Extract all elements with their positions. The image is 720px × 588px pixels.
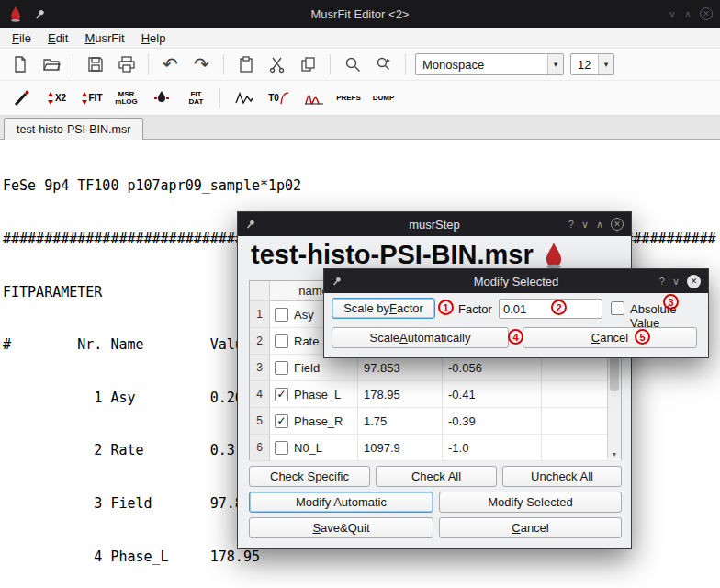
droplet-icon <box>152 89 171 107</box>
pin-icon[interactable] <box>32 6 47 21</box>
label: ancel <box>600 331 628 345</box>
undo-icon: ↶ <box>163 55 178 74</box>
row-checkbox[interactable] <box>275 308 288 322</box>
cancel-button[interactable]: Cancel <box>523 327 697 348</box>
calc-chisq-button[interactable]: X2 <box>42 85 71 112</box>
musrfit-droplet-icon <box>543 242 565 269</box>
help-icon[interactable]: ? <box>568 220 574 230</box>
menu-file[interactable]: File <box>4 29 39 47</box>
label: C <box>512 521 520 535</box>
scale-by-factor-button[interactable]: Scale by Factor <box>332 298 435 319</box>
param-name: N0_L <box>294 441 322 455</box>
unshade-icon[interactable]: ∧ <box>684 9 692 19</box>
close-icon[interactable]: ✕ <box>611 218 624 231</box>
musrview-button[interactable] <box>147 85 175 112</box>
absolute-value-checkbox[interactable] <box>611 301 624 315</box>
chevron-down-icon: ▾ <box>554 60 558 69</box>
save-button[interactable] <box>83 52 107 77</box>
swap-msr-mlog-button[interactable]: MSR mLOG <box>112 85 141 112</box>
uncheck-all-button[interactable]: Uncheck All <box>502 466 622 487</box>
label: C <box>591 331 600 345</box>
menu-help[interactable]: Help <box>133 29 174 47</box>
close-icon[interactable]: ✕ <box>700 7 713 20</box>
help-icon[interactable]: ? <box>659 277 665 287</box>
copy-button[interactable] <box>296 52 321 77</box>
scale-automatically-button[interactable]: Scale Automatically <box>332 327 509 348</box>
font-size-select[interactable]: 12 ▾ <box>570 53 614 75</box>
red-arrows-icon <box>47 91 54 106</box>
cut-button[interactable] <box>264 52 289 77</box>
font-family-select[interactable]: Monospace ▾ <box>415 53 564 75</box>
scroll-down-icon[interactable]: ▼ <box>608 448 621 459</box>
modify-selected-dialog: Modify Selected ? ∨ ✕ Scale by Factor Fa… <box>323 268 709 358</box>
peaks-icon <box>305 91 323 106</box>
shade-icon[interactable]: ∨ <box>669 9 676 19</box>
pin-icon[interactable] <box>332 276 343 287</box>
paste-button[interactable] <box>233 52 258 77</box>
find-button[interactable] <box>340 52 365 77</box>
modify-dialog-titlebar[interactable]: Modify Selected ? ∨ ✕ <box>324 269 708 293</box>
row-number: 2 <box>250 328 270 355</box>
table-row[interactable]: 6 N0_L 1097.9 -1.0 <box>250 435 621 461</box>
row-checkbox[interactable] <box>275 361 288 375</box>
row-checkbox[interactable]: ✓ <box>275 388 288 401</box>
t0-curve-icon <box>280 92 289 105</box>
row-checkbox[interactable] <box>275 334 288 348</box>
find-next-button[interactable] <box>371 52 396 77</box>
close-icon[interactable]: ✕ <box>687 275 701 288</box>
shade-icon[interactable]: ∨ <box>581 220 589 230</box>
row-checkbox[interactable]: ✓ <box>275 414 288 428</box>
save-quit-button[interactable]: Save&Quit <box>249 517 433 538</box>
row-number: 3 <box>250 355 270 381</box>
font-family-value: Monospace <box>416 58 547 72</box>
menu-edit[interactable]: Edit <box>39 29 76 47</box>
row-checkbox[interactable] <box>275 441 288 455</box>
open-file-button[interactable] <box>39 52 63 77</box>
tabbar: test-histo-PSI-BIN.msr <box>0 116 720 140</box>
menu-musrfit[interactable]: MusrFit <box>76 29 132 47</box>
table-row[interactable]: 3 Field 97.853 -0.056 <box>250 355 621 381</box>
unshade-icon[interactable]: ∧ <box>596 220 603 230</box>
label: ancel <box>521 521 549 535</box>
check-all-button[interactable]: Check All <box>376 466 497 487</box>
musrstep-titlebar[interactable]: musrStep ? ∨ ∧ ✕ <box>238 212 631 236</box>
ft-plot-button[interactable] <box>299 85 328 112</box>
param-value: 178.95 <box>358 381 443 408</box>
msr-file-name: test-histo-PSI-BIN.msr <box>251 240 534 270</box>
check-specific-button[interactable]: Check Specific <box>249 466 370 487</box>
label: ave&Quit <box>321 521 369 535</box>
param-step: -1.0 <box>443 435 542 461</box>
musr-t0-button[interactable]: T0 <box>264 85 293 112</box>
toolbar-separator <box>148 54 149 74</box>
window-titlebar[interactable]: MusrFit Editor <2> ∨ ∧ ✕ <box>0 0 720 28</box>
toolbar-separator <box>405 54 406 74</box>
musrfit-logo-icon <box>7 5 24 23</box>
dropdown-arrow-button[interactable]: ▾ <box>598 54 613 74</box>
dropdown-arrow-button[interactable]: ▾ <box>547 54 563 74</box>
table-row[interactable]: 5 ✓Phase_R 1.75 -0.39 <box>250 408 621 435</box>
msr2data-button[interactable]: FIT DAT <box>182 85 210 112</box>
param-name: Phase_L <box>294 388 341 401</box>
musr-wizard-button[interactable] <box>7 85 36 112</box>
table-row[interactable]: 4 ✓Phase_L 178.95 -0.41 <box>250 381 621 408</box>
modify-selected-button[interactable]: Modify Selected <box>439 492 622 513</box>
shade-icon[interactable]: ∨ <box>672 277 680 287</box>
row-number: 5 <box>250 408 270 435</box>
cancel-button[interactable]: Cancel <box>439 517 622 538</box>
musr-ft-button[interactable] <box>230 85 258 112</box>
toolbar-separator <box>219 88 220 108</box>
new-file-button[interactable] <box>7 52 32 77</box>
musr-dump-button[interactable]: DUMP <box>369 85 398 112</box>
musr-prefs-button[interactable]: PREFS <box>334 85 363 112</box>
label: utomatically <box>408 331 471 345</box>
param-value: 1097.9 <box>358 435 443 461</box>
undo-button[interactable]: ↶ <box>158 52 183 77</box>
pin-icon[interactable] <box>245 219 256 230</box>
main-toolbar: ↶ ↷ Monospace ▾ 12 ▾ <box>0 49 720 81</box>
print-button[interactable] <box>114 52 139 77</box>
redo-button[interactable]: ↷ <box>189 52 214 77</box>
tab-msr-file[interactable]: test-histo-PSI-BIN.msr <box>4 118 143 140</box>
run-fit-button[interactable]: FIT <box>77 85 106 112</box>
modify-automatic-button[interactable]: Modify Automatic <box>249 492 433 513</box>
musr-prefs-label: PREFS <box>336 95 361 102</box>
